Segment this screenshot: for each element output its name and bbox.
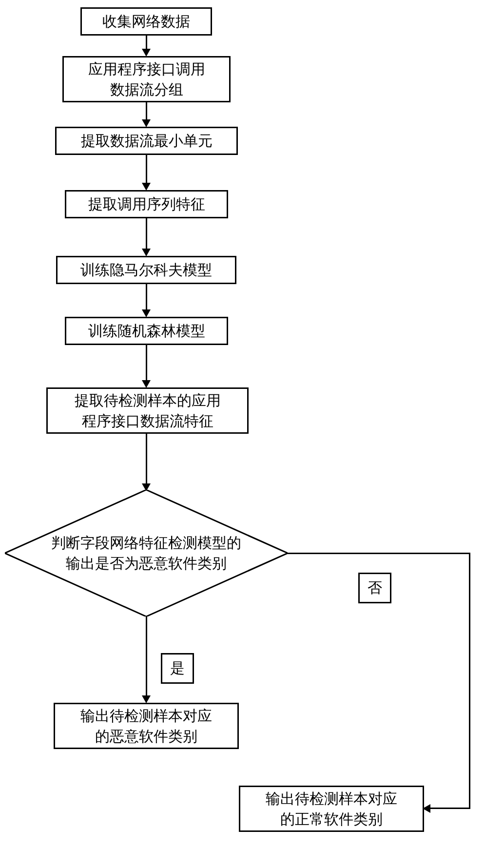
arrow-connector <box>146 434 147 485</box>
label-text: 是 <box>170 660 185 676</box>
decision-text: 判断字段网络特征检测模型的 输出是否为恶意软件类别 <box>51 533 241 574</box>
arrow-connector <box>288 553 470 554</box>
arrow-head-icon <box>142 695 151 703</box>
arrow-connector <box>146 617 147 697</box>
arrow-connector <box>146 218 147 250</box>
flowchart-output-malware: 输出待检测样本对应 的恶意软件类别 <box>54 703 239 749</box>
box-text: 输出待检测样本对应 的恶意软件类别 <box>80 706 212 747</box>
flowchart-output-normal: 输出待检测样本对应 的正常软件类别 <box>239 786 424 832</box>
box-text: 输出待检测样本对应 的正常软件类别 <box>266 789 397 829</box>
arrow-connector <box>429 808 470 809</box>
arrow-head-icon <box>142 119 151 127</box>
box-text: 提取待检测样本的应用 程序接口数据流特征 <box>75 390 221 431</box>
arrow-head-icon <box>142 309 151 317</box>
box-text: 训练随机森林模型 <box>88 321 205 341</box>
flowchart-box-extract-unit: 提取数据流最小单元 <box>55 127 238 155</box>
arrow-head-icon <box>142 183 151 191</box>
arrow-connector <box>146 155 147 184</box>
label-text: 否 <box>368 579 382 596</box>
flowchart-box-train-hmm: 训练隐马尔科夫模型 <box>56 256 236 284</box>
box-text: 收集网络数据 <box>102 11 190 32</box>
arrow-connector <box>469 553 470 809</box>
flowchart-box-extract-sequence: 提取调用序列特征 <box>65 190 228 218</box>
arrow-connector <box>146 345 147 382</box>
arrow-connector <box>146 36 147 50</box>
arrow-head-icon <box>142 380 151 388</box>
flowchart-decision: 判断字段网络特征检测模型的 输出是否为恶意软件类别 <box>5 490 288 617</box>
decision-label-yes: 是 <box>161 653 194 684</box>
arrow-connector <box>146 102 147 121</box>
arrow-head-icon <box>142 49 151 57</box>
arrow-connector <box>146 284 147 311</box>
box-text: 提取调用序列特征 <box>88 194 205 214</box>
box-text: 应用程序接口调用 数据流分组 <box>88 59 205 100</box>
flowchart-box-extract-sample: 提取待检测样本的应用 程序接口数据流特征 <box>46 387 249 434</box>
box-text: 训练隐马尔科夫模型 <box>80 260 212 280</box>
box-text: 提取数据流最小单元 <box>81 131 213 151</box>
arrow-head-icon <box>142 249 151 256</box>
decision-label-no: 否 <box>358 573 391 603</box>
flowchart-box-collect-data: 收集网络数据 <box>80 7 212 36</box>
flowchart-box-api-group: 应用程序接口调用 数据流分组 <box>62 56 231 102</box>
flowchart-box-train-rf: 训练随机森林模型 <box>65 317 228 345</box>
